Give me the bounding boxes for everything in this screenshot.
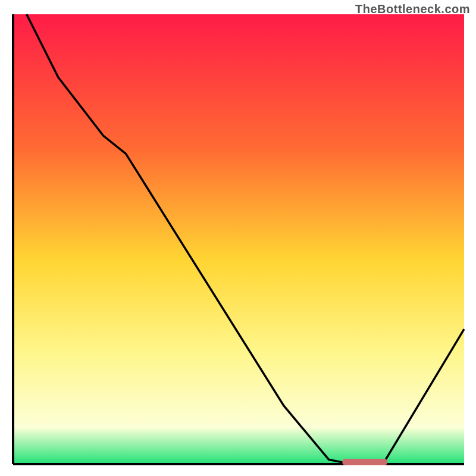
chart-frame: TheBottleneck.com [0, 0, 476, 476]
optimal-marker [342, 459, 387, 465]
bottleneck-chart [0, 0, 476, 476]
plot-background [14, 14, 464, 463]
